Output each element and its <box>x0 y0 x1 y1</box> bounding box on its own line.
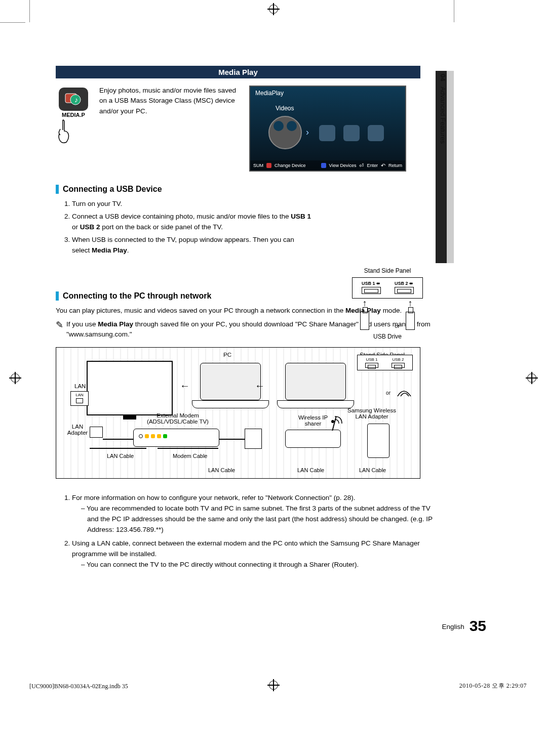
chapter-title: Advanced Features <box>439 87 447 144</box>
laptop-icon <box>200 363 261 400</box>
reg-mark-top <box>267 3 280 15</box>
return-icon: ↶ <box>381 162 385 169</box>
stand-panel-title: Stand Side Panel <box>342 267 433 274</box>
arrow-up-icon: ↑ <box>360 299 369 308</box>
tv-thumb-icon <box>343 125 360 141</box>
arrow-up-icon: ↑ <box>406 299 415 308</box>
film-reel-icon <box>268 116 302 149</box>
return-label: Return <box>388 163 402 168</box>
media-p-button-icon: ♪ <box>59 88 88 111</box>
mediaplay-tv-screenshot: MediaPlay Videos › SUM Change Device Vie… <box>249 86 406 172</box>
tv-thumb-icon <box>319 125 335 141</box>
crop-line <box>454 0 454 22</box>
remote-button-illustration: ♪ MEDIA.P <box>56 86 91 151</box>
wifi-icon <box>397 388 412 398</box>
heading-marker-icon <box>56 185 59 194</box>
footer-language: English <box>442 623 464 631</box>
tv-stand-icon <box>123 414 136 419</box>
list-item: Turn on your TV. <box>72 199 433 209</box>
tv-footer-bar: SUM Change Device View Devices ⏎ Enter ↶… <box>250 160 405 171</box>
reg-mark-bottom <box>267 679 280 691</box>
subsection-heading: Connecting a USB Device <box>56 185 433 194</box>
usb-stick-icon <box>406 312 415 330</box>
enter-icon: ⏎ <box>359 162 364 169</box>
pc-label: PC <box>223 352 231 358</box>
list-item: Connect a USB device containing photo, m… <box>72 212 433 233</box>
note-icon: ✎ <box>56 318 63 341</box>
cable-line <box>90 448 146 449</box>
cable-line <box>103 439 137 440</box>
tv-thumb-icon <box>368 125 384 141</box>
subsection-title: Connecting to the PC through network <box>63 291 211 301</box>
red-dot-icon <box>266 163 271 168</box>
laptop-base-icon <box>192 400 269 408</box>
usb2-port-label: USB 2 ⬌ <box>395 281 413 286</box>
view-devices-label: View Devices <box>329 163 357 168</box>
change-device-label: Change Device <box>275 163 306 168</box>
enter-label: Enter <box>367 163 378 168</box>
usb-drive-label: USB Drive <box>342 333 433 340</box>
print-footer-right: 2010-05-28 오후 2:29:07 <box>459 682 527 690</box>
arrow-left-icon: ← <box>255 380 265 392</box>
crop-line <box>29 0 30 22</box>
or-label: or <box>395 323 400 329</box>
cable-line <box>158 448 218 449</box>
list-item: Using a LAN cable, connect between the e… <box>72 538 433 570</box>
arrow-left-icon: ← <box>180 380 190 392</box>
lan-cable-label: LAN Cable <box>208 467 235 473</box>
lan-cable-label: LAN Cable <box>107 453 134 459</box>
tv-icon <box>87 361 173 415</box>
reg-mark-right <box>526 372 538 384</box>
modem-icon <box>133 429 219 447</box>
laptop-icon <box>285 363 346 400</box>
page-footer: English 35 <box>442 617 486 635</box>
wireless-adapter-icon <box>367 424 389 458</box>
print-footer-left: [UC9000]BN68-03034A-02Eng.indb 35 <box>29 683 128 690</box>
usb-stick-icon <box>360 312 369 330</box>
footer-page-number: 35 <box>470 617 486 634</box>
sub-bullet: – You can connect the TV to the PC direc… <box>81 560 433 570</box>
lan-adapter-label: LANAdapter <box>62 424 93 436</box>
list-item: When USB is connected to the TV, popup w… <box>72 235 433 256</box>
section-header-bar: Media Play <box>56 66 420 78</box>
lan-port-icon: LAN <box>70 391 89 406</box>
tv-title: MediaPlay <box>255 90 284 97</box>
chevron-right-icon: › <box>306 127 309 138</box>
side-tab-shadow <box>447 71 454 263</box>
sum-label: SUM <box>253 163 263 168</box>
usb-port-icon <box>395 287 414 294</box>
svg-text:♪: ♪ <box>74 96 78 104</box>
hand-pointer-icon <box>56 119 71 144</box>
stand-panel-mini: USB 1USB 2 <box>357 355 413 370</box>
side-tab-label: 04 Advanced Features <box>436 71 447 144</box>
crop-line <box>0 22 25 23</box>
lan-cable-label: LAN Cable <box>297 467 324 473</box>
lan-label: LAN <box>74 383 86 389</box>
wireless-sharer-label: Wireless IPsharer <box>290 414 336 427</box>
wireless-adapter-label: Samsung WirelessLAN Adapter <box>339 407 405 419</box>
lan-adapter-icon <box>90 427 103 438</box>
chapter-number: 04 <box>439 74 447 81</box>
network-diagram: LAN LAN ← PC ← Stand Side Panel USB 1USB… <box>56 347 420 479</box>
sub-bullet: – You are recommended to locate both TV … <box>81 503 433 535</box>
remote-button-label: MEDIA.P <box>56 112 91 118</box>
reg-mark-left <box>9 372 21 384</box>
section-header-title: Media Play <box>218 68 258 76</box>
stand-side-panel-figure: Stand Side Panel USB 1 ⬌ USB 2 ⬌ ↑ ↑ or … <box>342 267 433 340</box>
blue-dot-icon <box>321 163 326 168</box>
external-modem-label: External Modem(ADSL/VDSL/Cable TV) <box>142 412 213 425</box>
wall-jack-icon <box>245 429 262 449</box>
heading-marker-icon <box>56 291 59 301</box>
usb1-port-label: USB 1 ⬌ <box>362 281 380 286</box>
cable-line <box>219 439 246 440</box>
router-icon <box>285 430 341 448</box>
lan-cable-label: LAN Cable <box>359 467 386 473</box>
list-item: For more information on how to configure… <box>72 493 433 535</box>
or-label: or <box>386 390 390 396</box>
usb-port-icon <box>362 287 381 294</box>
intro-text: Enjoy photos, music and/or movie files s… <box>99 86 241 172</box>
subsection-title: Connecting a USB Device <box>63 185 162 194</box>
modem-cable-label: Modem Cable <box>173 453 207 459</box>
tv-videos-label: Videos <box>276 105 294 112</box>
